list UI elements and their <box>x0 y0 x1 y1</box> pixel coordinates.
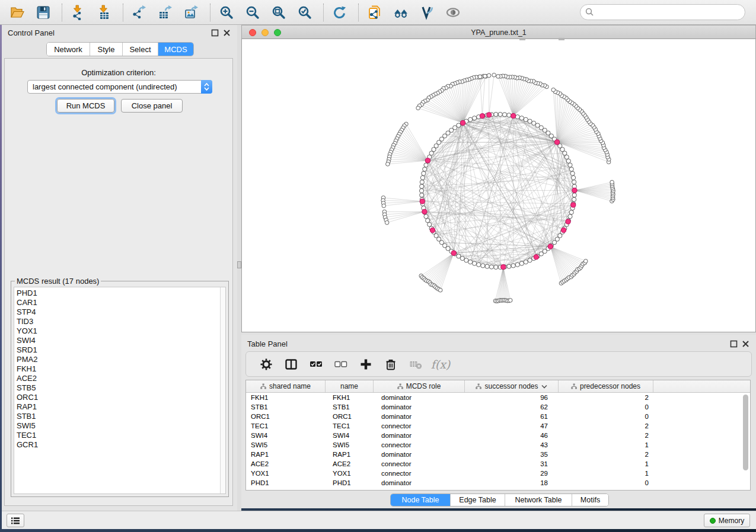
selected-mcds-node[interactable] <box>487 113 492 117</box>
result-list-scrollbar[interactable] <box>220 287 225 493</box>
task-history-button[interactable] <box>7 514 24 527</box>
vertical-splitter[interactable] <box>237 25 241 511</box>
close-table-panel-icon[interactable] <box>742 340 749 348</box>
close-panel-button[interactable]: Close panel <box>121 99 183 113</box>
result-node-item[interactable]: PMA2 <box>14 355 225 364</box>
float-table-panel-icon[interactable] <box>730 340 738 348</box>
deselect-all-columns-button[interactable] <box>330 354 352 374</box>
network-overview-button[interactable] <box>391 2 411 23</box>
column-header-MCDS-role[interactable]: MCDS role <box>374 380 465 392</box>
table-row-SWI4[interactable]: SWI4SWI4dominator462 <box>246 431 750 440</box>
export-table-button[interactable] <box>155 2 176 23</box>
result-node-item[interactable]: RAP1 <box>14 402 225 412</box>
table-row-ACE2[interactable]: ACE2ACE2connector311 <box>246 459 750 469</box>
add-column-button[interactable] <box>355 354 377 374</box>
table-row-SWI5[interactable]: SWI5SWI5connector431 <box>246 440 750 450</box>
table-row-YOX1[interactable]: YOX1YOX1connector291 <box>246 469 750 478</box>
selected-mcds-node[interactable] <box>548 244 553 249</box>
table-row-ORC1[interactable]: ORC1ORC1dominator610 <box>246 412 750 421</box>
result-node-item[interactable]: TEC1 <box>14 431 225 440</box>
save-session-button[interactable] <box>33 2 53 23</box>
run-mcds-button[interactable]: Run MCDS <box>57 99 114 113</box>
tab-network-table[interactable]: Network Table <box>505 494 572 506</box>
selected-mcds-node[interactable] <box>480 114 484 118</box>
column-header-successor-nodes[interactable]: successor nodes <box>465 380 559 392</box>
selected-mcds-node[interactable] <box>571 203 576 207</box>
selected-mcds-node[interactable] <box>501 265 506 270</box>
network-window-title: YPA_prune.txt_1 <box>242 28 755 37</box>
export-image-button[interactable] <box>181 2 202 23</box>
show-hide-button[interactable] <box>443 2 463 23</box>
result-node-item[interactable]: YOX1 <box>14 326 225 336</box>
node-table[interactable]: shared namename MCDS role successor node… <box>245 380 751 491</box>
clone-network-button[interactable] <box>365 2 385 23</box>
table-scrollbar-thumb[interactable] <box>743 395 748 470</box>
result-node-item[interactable]: PHD1 <box>14 289 225 298</box>
float-panel-icon[interactable] <box>211 29 219 37</box>
result-node-item[interactable]: SWI5 <box>14 421 225 431</box>
import-table-button[interactable] <box>94 2 114 23</box>
result-node-item[interactable]: ORC1 <box>14 393 225 402</box>
result-node-item[interactable]: STB1 <box>14 412 225 421</box>
memory-button[interactable]: Memory <box>704 514 750 527</box>
result-node-item[interactable]: CAR1 <box>14 298 225 307</box>
splitter-handle[interactable] <box>237 261 241 268</box>
column-header-name[interactable]: name <box>326 380 374 392</box>
tab-motifs[interactable]: Motifs <box>572 494 608 506</box>
result-node-item[interactable]: TID3 <box>14 317 225 326</box>
export-network-button[interactable] <box>129 2 149 23</box>
zoom-in-button[interactable] <box>216 2 237 23</box>
search-field[interactable] <box>580 4 745 20</box>
search-input[interactable] <box>594 8 745 17</box>
vizmapper-button[interactable] <box>417 2 437 23</box>
selected-mcds-node[interactable] <box>461 120 465 125</box>
selected-mcds-node[interactable] <box>422 209 427 214</box>
result-node-item[interactable]: ACE2 <box>14 374 225 383</box>
zoom-fit-button[interactable] <box>269 2 289 23</box>
zoom-selected-button[interactable] <box>295 2 315 23</box>
table-row-TEC1[interactable]: TEC1TEC1connector472 <box>246 421 750 431</box>
close-panel-icon[interactable] <box>223 29 231 37</box>
import-network-button[interactable] <box>68 2 88 23</box>
tab-edge-table[interactable]: Edge Table <box>450 494 505 506</box>
result-node-item[interactable]: STP4 <box>14 307 225 317</box>
selected-mcds-node[interactable] <box>566 219 570 224</box>
table-row-PHD1[interactable]: PHD1PHD1dominator180 <box>246 478 750 488</box>
tab-style[interactable]: Style <box>90 43 122 56</box>
network-graph[interactable] <box>242 39 755 331</box>
result-node-item[interactable]: SRD1 <box>14 345 225 355</box>
column-header-shared-name[interactable]: shared name <box>246 380 326 392</box>
selected-mcds-node[interactable] <box>511 113 516 118</box>
selected-mcds-node[interactable] <box>554 140 559 145</box>
tab-select[interactable]: Select <box>122 43 158 56</box>
apply-layout-button[interactable] <box>330 2 350 23</box>
selected-mcds-node[interactable] <box>420 199 425 204</box>
selected-mcds-node[interactable] <box>430 228 435 233</box>
table-row-STB1[interactable]: STB1STB1dominator620 <box>246 402 750 412</box>
selected-mcds-node[interactable] <box>425 158 430 163</box>
open-file-button[interactable] <box>7 2 27 23</box>
tab-network[interactable]: Network <box>47 43 90 56</box>
result-node-item[interactable]: FKH1 <box>14 364 225 374</box>
zoom-out-button[interactable] <box>243 2 263 23</box>
table-panel-title: Table Panel <box>247 339 288 348</box>
select-all-columns-button[interactable] <box>305 354 327 374</box>
delete-column-button[interactable] <box>380 354 401 374</box>
tab-mcds[interactable]: MCDS <box>158 43 193 56</box>
tab-node-table[interactable]: Node Table <box>391 494 450 506</box>
selected-mcds-node[interactable] <box>534 255 538 259</box>
mcds-result-list[interactable]: PHD1CAR1STP4TID3YOX1SWI4SRD1PMA2FKH1ACE2… <box>14 287 226 494</box>
selected-mcds-node[interactable] <box>561 227 566 232</box>
table-row-RAP1[interactable]: RAP1RAP1dominator352 <box>246 450 750 459</box>
result-node-item[interactable]: STB5 <box>14 383 225 393</box>
result-node-item[interactable]: SWI4 <box>14 336 225 345</box>
selected-mcds-node[interactable] <box>451 251 456 255</box>
table-settings-button[interactable] <box>256 354 277 374</box>
optimization-criterion-select[interactable]: largest connected component (undirected) <box>27 80 212 94</box>
column-header-predecessor-nodes[interactable]: predecessor nodes <box>559 380 653 392</box>
toggle-panel-columns-button[interactable] <box>280 354 302 374</box>
result-node-item[interactable]: GCR1 <box>14 440 225 450</box>
table-row-FKH1[interactable]: FKH1FKH1dominator962 <box>246 393 750 402</box>
network-canvas[interactable] <box>241 39 756 332</box>
selected-mcds-node[interactable] <box>572 188 577 193</box>
